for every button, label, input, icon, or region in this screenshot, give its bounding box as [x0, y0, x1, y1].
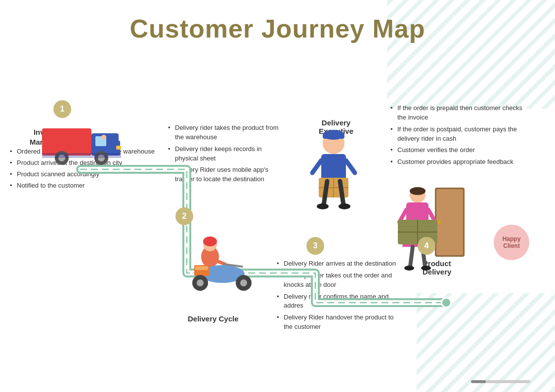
svg-point-34: [317, 203, 329, 209]
path-end-dot: [441, 297, 452, 308]
svg-line-30: [312, 160, 321, 173]
list-item: Customer provides appropriate feedback: [390, 157, 524, 167]
svg-rect-17: [195, 266, 208, 270]
svg-point-50: [404, 266, 414, 271]
list-item: If the order is postpaid, customer pays …: [390, 125, 524, 144]
list-item: Delivery rider keeps records in physical…: [168, 145, 287, 163]
step4-circle: 4: [418, 237, 435, 255]
svg-line-44: [428, 210, 435, 221]
list-item: Delivery Rider arrives at the destinatio…: [277, 259, 400, 269]
truck-illustration: [27, 118, 126, 180]
main-content: 1 2 3 4: [0, 54, 555, 392]
list-item: Delivery rider confirms the name and add…: [277, 292, 400, 311]
svg-point-9: [101, 135, 106, 140]
section2-bullets: Delivery rider takes the product from th…: [168, 123, 287, 187]
product-delivery-illustration: [390, 178, 470, 278]
svg-rect-25: [323, 135, 344, 139]
svg-rect-8: [42, 153, 121, 158]
list-item: Delivery rider takes the product from th…: [168, 123, 287, 142]
scrollbar-track[interactable]: [471, 380, 530, 383]
step1-circle: 1: [53, 100, 71, 118]
svg-line-31: [346, 160, 355, 173]
svg-rect-26: [321, 154, 346, 181]
svg-point-13: [203, 236, 217, 246]
section2-title: Delivery Cycle: [188, 314, 239, 323]
list-item: Notified to the customer: [10, 181, 155, 191]
svg-point-51: [421, 266, 431, 271]
list-item: Delivery Rider takes out the order and k…: [277, 271, 400, 290]
scrollbar-thumb[interactable]: [471, 380, 486, 383]
svg-point-38: [437, 220, 441, 224]
list-item: If the order is prepaid then customer ch…: [390, 104, 524, 122]
list-item: Customer verifies the order: [390, 146, 524, 155]
list-item: Delivery Rider handover the product to t…: [277, 313, 400, 332]
step2-circle: 2: [175, 207, 193, 225]
svg-point-21: [240, 279, 247, 286]
svg-point-40: [410, 187, 426, 195]
step3-circle: 3: [306, 237, 324, 255]
happy-client-badge: Happy Client: [494, 225, 529, 260]
page-title: Customer Journey Map: [0, 0, 555, 43]
section3-bullets: Delivery Rider arrives at the destinatio…: [277, 259, 400, 334]
delivery-executive-illustration: [292, 118, 376, 234]
svg-point-35: [339, 203, 350, 209]
svg-rect-10: [116, 146, 121, 150]
svg-line-48: [410, 247, 413, 267]
svg-point-19: [197, 279, 204, 286]
list-item: Delivery Rider uses mobile app's tracker…: [168, 165, 287, 184]
svg-rect-0: [42, 128, 91, 156]
scooter-illustration: [171, 230, 264, 306]
section4-bullets: If the order is prepaid then customer ch…: [390, 104, 524, 169]
